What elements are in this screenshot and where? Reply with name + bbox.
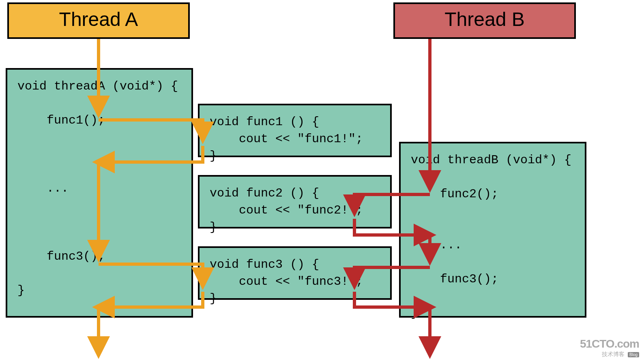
- code-thread-b: void threadB (void*) { func2(); ... func…: [411, 153, 571, 320]
- code-func3: void func3 () { cout << "func3!"; }: [210, 258, 363, 305]
- code-box-thread-b: void threadB (void*) { func2(); ... func…: [399, 142, 586, 318]
- code-box-func2: void func2 () { cout << "func2!"; }: [198, 175, 392, 228]
- code-func2: void func2 () { cout << "func2!"; }: [210, 186, 363, 234]
- code-box-thread-a: void threadA (void*) { func1(); ... func…: [6, 68, 193, 318]
- thread-b-header: Thread B: [393, 2, 576, 39]
- watermark-sub: 技术博客: [602, 351, 625, 357]
- code-box-func3: void func3 () { cout << "func3!"; }: [198, 246, 392, 300]
- watermark-brand: 51CTO.com: [580, 337, 639, 350]
- thread-b-title: Thread B: [444, 9, 524, 30]
- thread-a-header: Thread A: [7, 2, 190, 39]
- thread-a-title: Thread A: [59, 9, 138, 30]
- watermark: 51CTO.com 技术博客 Blog: [580, 337, 639, 358]
- code-box-func1: void func1 () { cout << "func1!"; }: [198, 104, 392, 157]
- code-func1: void func1 () { cout << "func1!"; }: [210, 115, 363, 163]
- code-thread-a: void threadA (void*) { func1(); ... func…: [17, 79, 178, 297]
- watermark-blog: Blog: [628, 352, 639, 357]
